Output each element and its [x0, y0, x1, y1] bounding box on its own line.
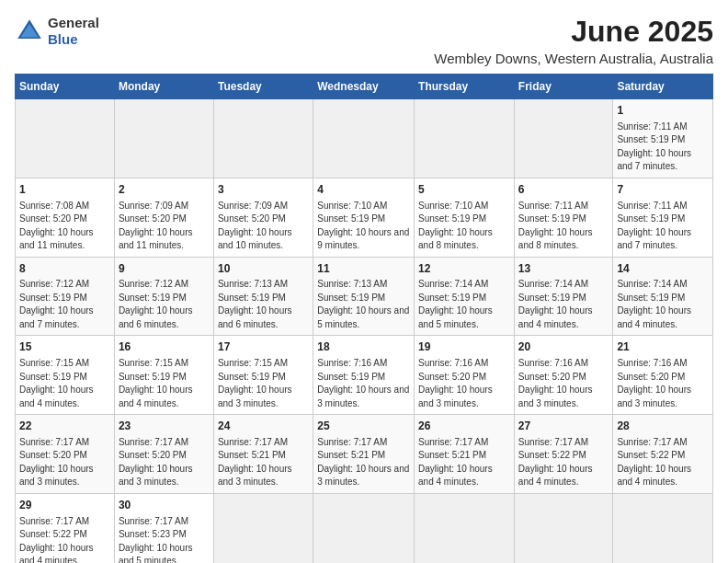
logo: General Blue [15, 15, 99, 48]
day-info: Sunrise: 7:17 AMSunset: 5:22 PMDaylight:… [617, 436, 709, 489]
day-cell: 26Sunrise: 7:17 AMSunset: 5:21 PMDayligh… [415, 415, 515, 494]
day-cell: 9Sunrise: 7:12 AMSunset: 5:19 PMDaylight… [114, 257, 213, 336]
header-day-tuesday: Tuesday [213, 75, 313, 99]
day-cell: 21Sunrise: 7:16 AMSunset: 5:20 PMDayligh… [613, 336, 713, 415]
title-block: June 2025 Wembley Downs, Western Austral… [434, 15, 713, 66]
logo-icon [15, 17, 44, 46]
header-row: SundayMondayTuesdayWednesdayThursdayFrid… [16, 75, 713, 99]
day-cell [213, 493, 313, 563]
day-cell: 5Sunrise: 7:10 AMSunset: 5:19 PMDaylight… [415, 178, 515, 257]
day-cell: 3Sunrise: 7:09 AMSunset: 5:20 PMDaylight… [213, 178, 313, 257]
day-cell: 22Sunrise: 7:17 AMSunset: 5:20 PMDayligh… [16, 415, 115, 494]
day-cell [213, 99, 313, 178]
day-info: Sunrise: 7:11 AMSunset: 5:19 PMDaylight:… [617, 200, 709, 253]
day-cell [415, 493, 515, 563]
day-cell [514, 99, 613, 178]
day-info: Sunrise: 7:17 AMSunset: 5:22 PMDaylight:… [19, 515, 110, 563]
day-number: 10 [218, 261, 309, 277]
day-info: Sunrise: 7:11 AMSunset: 5:19 PMDaylight:… [617, 121, 709, 174]
week-row-6: 29Sunrise: 7:17 AMSunset: 5:22 PMDayligh… [16, 493, 713, 563]
header-day-saturday: Saturday [613, 75, 713, 99]
day-number: 30 [119, 498, 210, 513]
day-cell [16, 99, 115, 178]
day-number: 2 [119, 182, 210, 198]
day-number: 27 [518, 419, 609, 434]
calendar-body: 1Sunrise: 7:11 AMSunset: 5:19 PMDaylight… [16, 99, 713, 564]
day-cell [313, 493, 415, 563]
header-day-sunday: Sunday [16, 75, 115, 99]
day-info: Sunrise: 7:16 AMSunset: 5:20 PMDaylight:… [418, 357, 510, 410]
day-info: Sunrise: 7:16 AMSunset: 5:19 PMDaylight:… [317, 357, 410, 410]
day-number: 3 [218, 182, 309, 198]
day-cell: 11Sunrise: 7:13 AMSunset: 5:19 PMDayligh… [313, 257, 415, 336]
day-number: 21 [617, 339, 709, 355]
day-cell: 1Sunrise: 7:08 AMSunset: 5:20 PMDaylight… [16, 178, 115, 257]
week-row-1: 1Sunrise: 7:11 AMSunset: 5:19 PMDaylight… [16, 99, 713, 178]
day-number: 17 [218, 339, 309, 355]
day-number: 25 [317, 419, 410, 434]
day-number: 20 [518, 339, 609, 355]
month-title: June 2025 [434, 15, 713, 49]
day-number: 12 [418, 261, 510, 277]
day-info: Sunrise: 7:12 AMSunset: 5:19 PMDaylight:… [119, 278, 210, 331]
day-cell [415, 99, 515, 178]
day-info: Sunrise: 7:13 AMSunset: 5:19 PMDaylight:… [218, 278, 309, 331]
day-cell: 8Sunrise: 7:12 AMSunset: 5:19 PMDaylight… [16, 257, 115, 336]
day-number: 1 [617, 103, 709, 119]
day-info: Sunrise: 7:11 AMSunset: 5:19 PMDaylight:… [518, 200, 609, 253]
day-number: 26 [418, 419, 510, 434]
day-info: Sunrise: 7:10 AMSunset: 5:19 PMDaylight:… [418, 200, 510, 253]
day-info: Sunrise: 7:17 AMSunset: 5:23 PMDaylight:… [119, 515, 210, 563]
day-info: Sunrise: 7:16 AMSunset: 5:20 PMDaylight:… [617, 357, 709, 410]
day-number: 24 [218, 419, 309, 434]
day-number: 16 [119, 339, 210, 355]
day-info: Sunrise: 7:17 AMSunset: 5:21 PMDaylight:… [317, 436, 410, 489]
calendar: SundayMondayTuesdayWednesdayThursdayFrid… [15, 74, 713, 563]
day-cell [613, 493, 713, 563]
day-cell [114, 99, 213, 178]
day-cell [514, 493, 613, 563]
day-cell: 27Sunrise: 7:17 AMSunset: 5:22 PMDayligh… [514, 415, 613, 494]
day-cell: 2Sunrise: 7:09 AMSunset: 5:20 PMDaylight… [114, 178, 213, 257]
day-info: Sunrise: 7:15 AMSunset: 5:19 PMDaylight:… [19, 357, 110, 410]
day-cell: 16Sunrise: 7:15 AMSunset: 5:19 PMDayligh… [114, 336, 213, 415]
day-cell: 20Sunrise: 7:16 AMSunset: 5:20 PMDayligh… [514, 336, 613, 415]
day-cell [313, 99, 415, 178]
day-info: Sunrise: 7:17 AMSunset: 5:21 PMDaylight:… [418, 436, 510, 489]
day-cell: 17Sunrise: 7:15 AMSunset: 5:19 PMDayligh… [213, 336, 313, 415]
day-number: 22 [19, 419, 110, 434]
day-info: Sunrise: 7:14 AMSunset: 5:19 PMDaylight:… [617, 278, 709, 331]
day-info: Sunrise: 7:12 AMSunset: 5:19 PMDaylight:… [19, 278, 110, 331]
day-info: Sunrise: 7:09 AMSunset: 5:20 PMDaylight:… [218, 200, 309, 253]
day-cell: 24Sunrise: 7:17 AMSunset: 5:21 PMDayligh… [213, 415, 313, 494]
day-info: Sunrise: 7:09 AMSunset: 5:20 PMDaylight:… [119, 200, 210, 253]
day-info: Sunrise: 7:14 AMSunset: 5:19 PMDaylight:… [418, 278, 510, 331]
day-cell: 7Sunrise: 7:11 AMSunset: 5:19 PMDaylight… [613, 178, 713, 257]
day-cell: 30Sunrise: 7:17 AMSunset: 5:23 PMDayligh… [114, 493, 213, 563]
day-info: Sunrise: 7:08 AMSunset: 5:20 PMDaylight:… [19, 200, 110, 253]
day-cell: 14Sunrise: 7:14 AMSunset: 5:19 PMDayligh… [613, 257, 713, 336]
day-info: Sunrise: 7:17 AMSunset: 5:20 PMDaylight:… [19, 436, 110, 489]
day-number: 7 [617, 182, 709, 198]
day-number: 1 [19, 182, 110, 198]
day-info: Sunrise: 7:17 AMSunset: 5:22 PMDaylight:… [518, 436, 609, 489]
day-number: 4 [317, 182, 410, 198]
day-number: 9 [119, 261, 210, 277]
week-row-5: 22Sunrise: 7:17 AMSunset: 5:20 PMDayligh… [16, 415, 713, 494]
day-info: Sunrise: 7:17 AMSunset: 5:20 PMDaylight:… [119, 436, 210, 489]
day-number: 29 [19, 498, 110, 513]
week-row-3: 8Sunrise: 7:12 AMSunset: 5:19 PMDaylight… [16, 257, 713, 336]
week-row-2: 1Sunrise: 7:08 AMSunset: 5:20 PMDaylight… [16, 178, 713, 257]
logo-text: General Blue [48, 15, 99, 48]
day-info: Sunrise: 7:10 AMSunset: 5:19 PMDaylight:… [317, 200, 410, 253]
week-row-4: 15Sunrise: 7:15 AMSunset: 5:19 PMDayligh… [16, 336, 713, 415]
location-title: Wembley Downs, Western Australia, Austra… [434, 51, 713, 66]
day-cell: 25Sunrise: 7:17 AMSunset: 5:21 PMDayligh… [313, 415, 415, 494]
day-info: Sunrise: 7:14 AMSunset: 5:19 PMDaylight:… [518, 278, 609, 331]
day-info: Sunrise: 7:15 AMSunset: 5:19 PMDaylight:… [119, 357, 210, 410]
day-number: 15 [19, 339, 110, 355]
day-cell: 1Sunrise: 7:11 AMSunset: 5:19 PMDaylight… [613, 99, 713, 178]
day-number: 13 [518, 261, 609, 277]
day-cell: 13Sunrise: 7:14 AMSunset: 5:19 PMDayligh… [514, 257, 613, 336]
header-day-wednesday: Wednesday [313, 75, 415, 99]
